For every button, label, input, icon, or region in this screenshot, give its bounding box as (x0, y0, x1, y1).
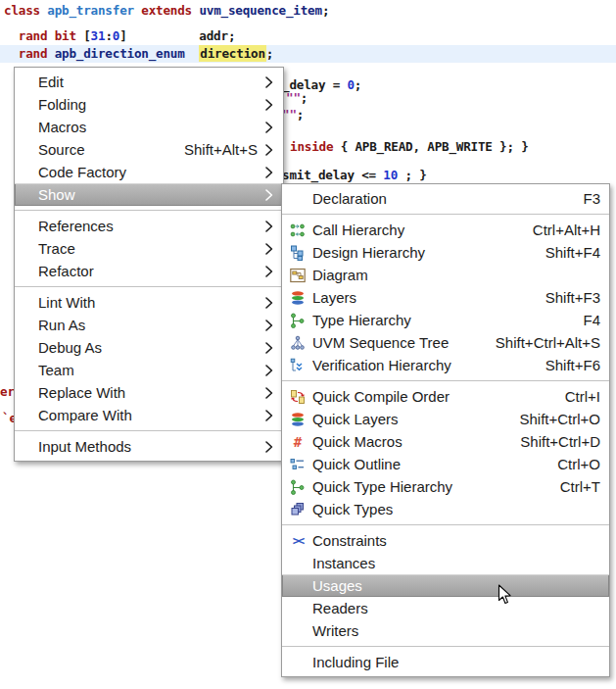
code-segment: ] (119, 28, 199, 43)
menu-item-quick-type-hierarchy[interactable]: Quick Type HierarchyCtrl+T (282, 475, 609, 498)
quick-types-icon (288, 502, 308, 517)
menu-item-compare-with[interactable]: Compare With (15, 404, 283, 426)
code-segment: bit (55, 28, 76, 43)
menu-item-including-file[interactable]: Including File (282, 651, 609, 673)
menu-item-source[interactable]: SourceShift+Alt+S (15, 138, 283, 161)
submenu-arrow-icon (263, 387, 275, 399)
code-fragment: inside { APB_READ, APB_WRITE }; } (290, 139, 529, 155)
code-segment: : (105, 28, 112, 43)
menu-item-references[interactable]: References (15, 215, 283, 237)
menu-item-refactor[interactable]: Refactor (15, 260, 283, 282)
menu-item-label: Design Hierarchy (312, 244, 425, 261)
code-segment: ; (322, 3, 329, 18)
diagram-icon (288, 268, 308, 283)
submenu-arrow-icon (263, 243, 275, 255)
call-hierarchy-icon (288, 222, 308, 238)
code-segment: 10 (383, 168, 398, 182)
menu-item-label: Declaration (312, 190, 387, 207)
constraints-icon: >< (288, 533, 308, 549)
menu-item-shortcut: Shift+Ctrl+D (520, 433, 600, 450)
menu-item-code-factory[interactable]: Code Factory (15, 161, 283, 183)
code-segment: ; (301, 90, 308, 105)
type-hierarchy-icon (288, 479, 308, 495)
menu-item-input-methods[interactable]: Input Methods (15, 435, 283, 458)
menu-item-usages[interactable]: Usages (282, 574, 609, 597)
menu-item-team[interactable]: Team (15, 359, 283, 381)
menu-item-label: Diagram (312, 267, 368, 283)
menu-item-label: References (38, 218, 114, 234)
submenu-arrow-icon (263, 266, 275, 277)
menu-item-writers[interactable]: Writers (282, 619, 609, 642)
menu-item-label: Quick Layers (312, 411, 399, 427)
submenu-arrow-icon (263, 167, 275, 178)
menu-item-instances[interactable]: Instances (282, 552, 609, 574)
menu-item-label: Quick Compile Order (312, 388, 450, 405)
menu-item-layers[interactable]: LayersShift+F3 (282, 286, 609, 309)
icon-slot-empty (288, 556, 308, 571)
menu-item-label: Readers (312, 600, 368, 616)
menu-item-label: Layers (312, 289, 356, 306)
menu-item-quick-outline[interactable]: Quick OutlineCtrl+O (282, 453, 609, 475)
code-segment: 31 (91, 28, 106, 43)
code-segment (47, 46, 54, 61)
submenu-arrow-icon (263, 320, 275, 331)
submenu-arrow-icon (263, 122, 275, 133)
menu-item-constraints[interactable]: ><Constraints (282, 529, 609, 552)
menu-item-label: Show (38, 186, 75, 203)
menu-item-run-as[interactable]: Run As (15, 314, 283, 336)
menu-item-label: Lint With (38, 294, 95, 311)
menu-item-shortcut: F3 (583, 190, 600, 207)
menu-item-label: Debug As (38, 339, 102, 356)
menu-item-label: Constraints (312, 532, 387, 549)
code-segment: apb_transfer (47, 3, 134, 18)
menu-item-shortcut: Shift+Alt+S (184, 141, 258, 158)
menu-item-edit[interactable]: Edit (15, 71, 283, 93)
menu-item-diagram[interactable]: Diagram (282, 264, 609, 286)
menu-separator (282, 214, 609, 215)
menu-item-debug-as[interactable]: Debug As (15, 336, 283, 359)
submenu-arrow-icon (263, 342, 275, 354)
menu-item-type-hierarchy[interactable]: Type HierarchyF4 (282, 309, 609, 331)
menu-item-uvm-sequence-tree[interactable]: UVM Sequence TreeShift+Ctrl+Alt+S (282, 331, 609, 354)
menu-item-label: Input Methods (38, 438, 131, 455)
code-segment: { APB_READ, APB_WRITE }; } (333, 139, 528, 154)
menu-item-quick-types[interactable]: Quick Types (282, 498, 609, 520)
menu-item-label: Quick Type Hierarchy (312, 478, 452, 495)
occurrence-highlight: direction (199, 45, 265, 62)
submenu-arrow-icon (263, 144, 275, 156)
menu-item-shortcut: Ctrl+Alt+H (533, 221, 600, 238)
code-segment: addr; (199, 28, 235, 43)
code-fragment: er (0, 384, 15, 400)
code-segment (185, 46, 200, 61)
icon-slot-empty (288, 623, 308, 639)
menu-item-readers[interactable]: Readers (282, 597, 609, 619)
menu-item-label: Type Hierarchy (312, 312, 411, 328)
code-segment: rand (19, 46, 48, 61)
menu-item-quick-compile-order[interactable]: Quick Compile OrderCtrl+I (282, 385, 609, 408)
menu-item-show[interactable]: Show (15, 183, 283, 206)
menu-item-shortcut: Shift+F3 (545, 289, 600, 306)
menu-item-lint-with[interactable]: Lint With (15, 291, 283, 314)
menu-item-label: Trace (38, 240, 75, 257)
menu-item-label: Quick Outline (312, 456, 401, 472)
menu-item-design-hierarchy[interactable]: Design HierarchyShift+F4 (282, 241, 609, 264)
menu-item-verification-hierarchy[interactable]: Verification HierarchyShift+F6 (282, 354, 609, 376)
code-segment: class (4, 3, 40, 18)
menu-item-macros[interactable]: Macros (15, 116, 283, 138)
menu-item-declaration[interactable]: DeclarationF3 (282, 187, 609, 210)
menu-item-label: Instances (312, 555, 375, 571)
code-segment: ; (297, 107, 304, 122)
icon-slot-empty (288, 578, 308, 594)
submenu-arrow-icon (263, 99, 275, 111)
type-hierarchy-icon (288, 313, 308, 328)
show-submenu: DeclarationF3 Call HierarchyCtrl+Alt+H D… (281, 183, 610, 677)
code-segment: "" (286, 90, 301, 105)
menu-item-quick-layers[interactable]: Quick LayersShift+Ctrl+O (282, 408, 609, 430)
menu-item-folding[interactable]: Folding (15, 93, 283, 116)
menu-item-trace[interactable]: Trace (15, 237, 283, 260)
menu-item-replace-with[interactable]: Replace With (15, 381, 283, 404)
code-segment: inside (290, 139, 333, 154)
layers-icon (288, 412, 308, 427)
menu-item-quick-macros[interactable]: #Quick MacrosShift+Ctrl+D (282, 430, 609, 453)
menu-item-call-hierarchy[interactable]: Call HierarchyCtrl+Alt+H (282, 219, 609, 241)
